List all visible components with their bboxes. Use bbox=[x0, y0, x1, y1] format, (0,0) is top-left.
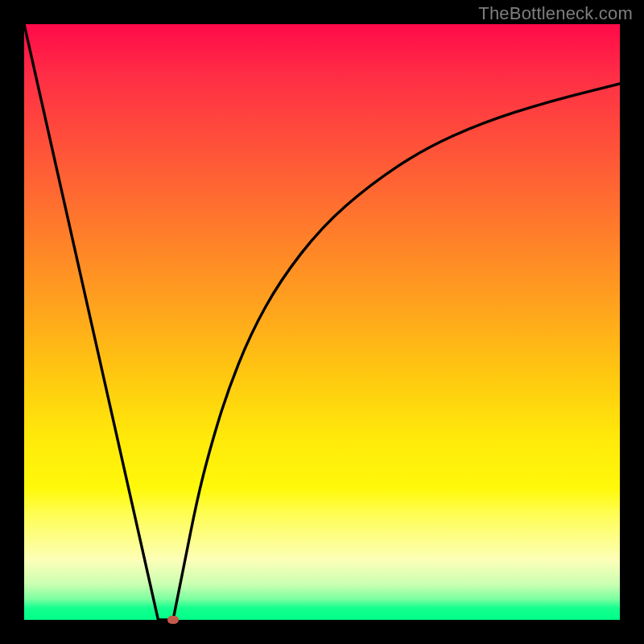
watermark-text: TheBottleneck.com bbox=[478, 3, 633, 24]
curve-path bbox=[24, 24, 620, 620]
gradient-plot-area bbox=[24, 24, 620, 620]
optimal-marker bbox=[167, 616, 179, 624]
bottleneck-curve bbox=[24, 24, 620, 620]
chart-frame: TheBottleneck.com bbox=[0, 0, 644, 644]
